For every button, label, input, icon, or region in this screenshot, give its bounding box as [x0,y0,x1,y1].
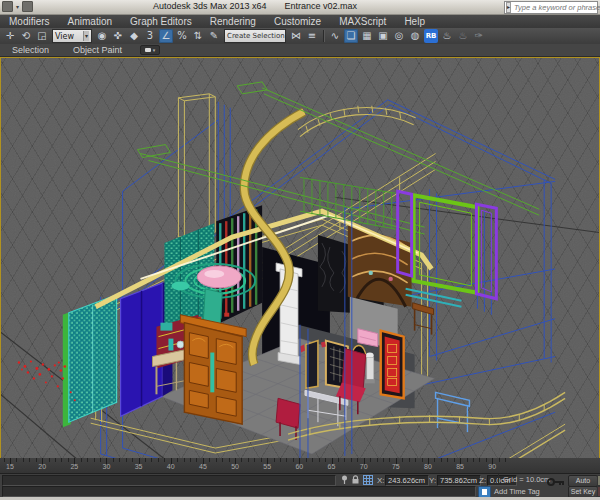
angle-snap-icon[interactable]: ∠ [159,29,173,43]
add-time-tag[interactable]: Add Time Tag [494,487,540,496]
spinner-snap-icon[interactable]: ⇅ [191,29,205,43]
render-last-icon[interactable]: ✑ [472,29,486,43]
timeline-frame-label: 65 [328,463,336,470]
prompt-line [2,486,476,497]
align-icon[interactable]: ≡ [305,29,319,43]
timeline-frame-label: 35 [135,463,143,470]
render-production-icon[interactable]: ♨ [440,29,454,43]
material-editor-icon[interactable]: ◎ [392,29,406,43]
menu-item[interactable]: Help [395,15,434,28]
perspective-viewport[interactable] [0,57,600,459]
layer-manager-icon[interactable]: ▦ [360,29,374,43]
curve-editor-icon[interactable]: ∿ [328,29,342,43]
timeline-frame-label: 20 [38,463,46,470]
toolbar-separator [323,30,324,42]
render-rb-icon[interactable]: RB [424,29,438,43]
ribbon-tab-strip: SelectionObject Paint ▾ [0,44,600,57]
absolute-mode-icon[interactable] [363,475,373,485]
timeline-frame-label: 55 [263,463,271,470]
3dsmax-window: ▾ Autodesk 3ds Max 2013 x64Entrance v02.… [0,0,600,500]
timeline-frame-label: 75 [392,463,400,470]
search-input[interactable] [512,3,600,12]
timeline-frame-label: 85 [456,463,464,470]
x-label: X: [377,476,385,485]
edit-named-selections-icon[interactable]: ✎ [207,29,221,43]
ribbon-minimize-button[interactable]: ▾ [140,45,160,55]
infocenter-search[interactable]: ▸ [504,1,598,14]
timeline-frame-label: 25 [70,463,78,470]
ribbon-tab[interactable]: Object Paint [61,45,134,55]
menu-bar: ModifiersAnimationGraph EditorsRendering… [0,15,600,28]
menu-item[interactable]: Modifiers [0,15,59,28]
grid-size-readout: Grid = 10.0cm [498,474,551,485]
percent-snap-icon[interactable]: % [175,29,189,43]
title-bar: ▾ Autodesk 3ds Max 2013 x64Entrance v02.… [0,0,600,15]
ribbon-tab[interactable]: Selection [0,45,61,55]
use-pivot-center-icon[interactable]: ◉ [95,29,109,43]
menu-item[interactable]: MAXScript [330,15,395,28]
reference-coordinate-dropdown[interactable]: View▾ [52,29,92,43]
timeline-frame-label: 80 [424,463,432,470]
menu-item[interactable]: Customize [265,15,330,28]
timeline-frame-label: 45 [199,463,207,470]
window-title: Autodesk 3ds Max 2013 x64Entrance v02.ma… [0,1,510,11]
menu-item[interactable]: Animation [59,15,121,28]
timeline-frame-label: 15 [6,463,14,470]
named-selection-set-dropdown[interactable]: Create Selection Se▾ [224,29,286,43]
z-label: Z: [479,476,486,485]
menu-item[interactable]: Graph Editors [121,15,201,28]
timeline-frame-label: 60 [295,463,303,470]
snaps-toggle-3d-icon[interactable]: 3 [143,29,157,43]
status-bar: X: 243.626cm Y: 735.862cm Z: 0.0cm Grid … [0,474,600,497]
x-coordinate-field[interactable]: 243.626cm [385,475,429,486]
select-and-manipulate-icon[interactable]: ✜ [111,29,125,43]
main-toolbar: ✛⟲◲ View▾ ◉✜◆3∠%⇅✎ Create Selection Se▾ … [0,28,600,44]
selection-lock-icon[interactable] [351,475,360,484]
y-coordinate-field[interactable]: 735.862cm [437,475,481,486]
timeline-frame-label: 50 [231,463,239,470]
select-and-move-icon[interactable]: ✛ [3,29,17,43]
y-label: Y: [429,476,436,485]
orange-cabinet[interactable] [180,315,246,424]
render-setup-icon[interactable]: ◍ [408,29,422,43]
track-bar[interactable] [2,475,336,486]
keyboard-override-icon[interactable]: ◆ [127,29,141,43]
search-history-icon[interactable]: ▸ [506,2,511,13]
timeline-frame-label: 90 [488,463,496,470]
toolbox-window-icon[interactable]: ▣ [376,29,390,43]
pin-icon[interactable] [341,475,348,484]
select-and-rotate-icon[interactable]: ⟲ [19,29,33,43]
schematic-view-icon[interactable]: ❏ [344,29,358,43]
render-iterative-icon[interactable]: ♨ [456,29,470,43]
red-door[interactable] [381,331,404,399]
timeline-ruler[interactable]: 15202530354045505560657075808590 [0,458,600,474]
select-and-scale-icon[interactable]: ◲ [35,29,49,43]
menu-item[interactable]: Rendering [201,15,265,28]
timeline-frame-label: 70 [360,463,368,470]
timeline-frame-label: 40 [167,463,175,470]
timeline-frame-label: 30 [103,463,111,470]
key-icon [547,477,565,487]
wireframe-scene [1,58,599,458]
mirror-icon[interactable]: ⋈ [289,29,303,43]
